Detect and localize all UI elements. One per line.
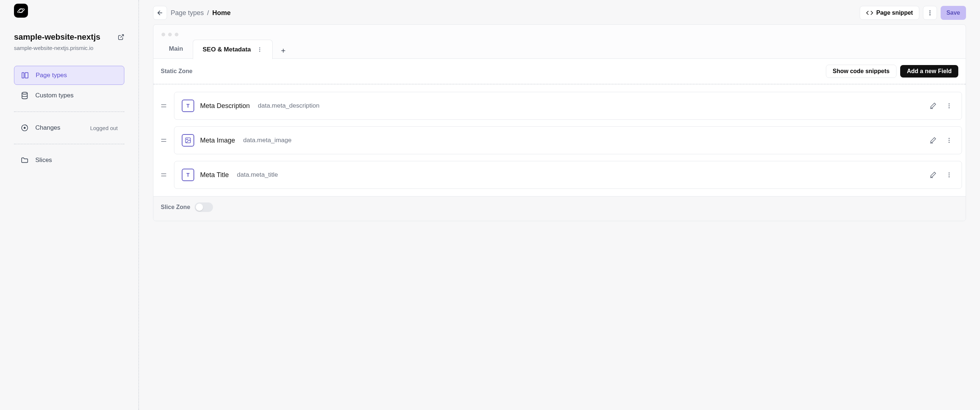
drag-handle[interactable]: [157, 137, 170, 144]
svg-point-11: [929, 14, 930, 16]
field-more-button[interactable]: [944, 172, 954, 178]
nav-label: Slices: [35, 157, 52, 164]
header-more-button[interactable]: [923, 6, 937, 20]
tabs: Main SEO & Metadata: [153, 39, 966, 59]
svg-point-14: [259, 51, 261, 52]
sidebar-item-custom-types[interactable]: Custom types: [14, 86, 124, 105]
pencil-icon: [929, 137, 937, 144]
page-snippet-button[interactable]: Page snippet: [860, 6, 919, 20]
sidebar-item-page-types[interactable]: Page types: [14, 66, 124, 85]
nav-label: Changes: [35, 124, 60, 131]
field-row: T Meta Title data.meta_title: [157, 161, 962, 189]
svg-point-12: [259, 47, 261, 49]
nav-separator: [14, 111, 124, 112]
sidebar: sample-website-nextjs sample-website-nex…: [0, 0, 139, 410]
breadcrumb-current: Home: [212, 9, 231, 17]
image-field-icon: [182, 134, 194, 147]
svg-rect-3: [22, 73, 24, 78]
project-url: sample-website-nextjs.prismic.io: [14, 45, 124, 51]
pencil-icon: [929, 102, 937, 109]
field-row: T Meta Description data.meta_description: [157, 92, 962, 120]
edit-field-button[interactable]: [928, 137, 938, 144]
svg-point-20: [949, 103, 950, 104]
field-name: Meta Description: [200, 102, 250, 110]
editor-card: Main SEO & Metadata: [153, 24, 966, 221]
field-card[interactable]: T Meta Description data.meta_description: [174, 92, 962, 120]
field-more-button[interactable]: [944, 137, 954, 144]
edit-field-button[interactable]: [928, 171, 938, 179]
field-row: Meta Image data.meta_image: [157, 127, 962, 154]
main-content: Page types / Home Page snippet Save: [139, 0, 980, 410]
svg-point-13: [259, 49, 261, 50]
svg-line-2: [121, 35, 124, 38]
planet-icon: [17, 6, 25, 15]
drag-icon: [161, 103, 167, 109]
dots-vertical-icon: [946, 103, 952, 109]
svg-point-29: [949, 140, 950, 141]
svg-point-10: [929, 13, 930, 14]
field-card[interactable]: Meta Image data.meta_image: [174, 127, 962, 154]
project-name: sample-website-nextjs: [14, 32, 100, 42]
main-header: Page types / Home Page snippet Save: [153, 3, 966, 24]
folder-icon: [21, 156, 29, 164]
zone-title: Static Zone: [161, 68, 192, 74]
field-name: Meta Image: [200, 137, 235, 144]
back-button[interactable]: [153, 6, 167, 20]
svg-point-7: [24, 127, 25, 128]
sidebar-item-slices[interactable]: Slices: [14, 151, 124, 169]
slice-zone-toggle[interactable]: [195, 203, 213, 212]
svg-point-35: [949, 174, 950, 176]
field-path: data.meta_description: [258, 102, 319, 109]
drag-icon: [161, 137, 167, 144]
dots-vertical-icon: [257, 47, 262, 52]
arrow-left-icon: [156, 9, 164, 17]
svg-point-22: [949, 107, 950, 108]
window-traffic-lights: [153, 25, 966, 39]
pencil-icon: [929, 171, 937, 179]
tab-more-button[interactable]: [257, 47, 262, 52]
field-card[interactable]: T Meta Title data.meta_title: [174, 161, 962, 189]
breadcrumb-parent[interactable]: Page types: [171, 9, 204, 17]
svg-rect-4: [25, 73, 28, 78]
tab-seo-metadata[interactable]: SEO & Metadata: [193, 40, 273, 59]
sidebar-item-changes[interactable]: Changes Logged out: [14, 119, 124, 137]
nav-separator: [14, 144, 124, 144]
svg-point-28: [949, 138, 950, 139]
nav-label: Page types: [36, 72, 67, 79]
field-path: data.meta_title: [237, 171, 278, 179]
svg-point-21: [949, 105, 950, 106]
slice-zone-title: Slice Zone: [161, 204, 190, 211]
page-types-icon: [21, 71, 29, 79]
nav-list: Page types Custom types: [14, 66, 124, 169]
svg-point-36: [949, 176, 950, 177]
add-tab-button[interactable]: [273, 43, 294, 59]
target-icon: [21, 124, 29, 132]
fields-list: T Meta Description data.meta_description: [153, 84, 966, 196]
drag-handle[interactable]: [157, 172, 170, 178]
external-link-icon[interactable]: [118, 34, 124, 40]
dots-vertical-icon: [946, 172, 952, 178]
svg-point-5: [22, 92, 28, 94]
svg-point-34: [949, 172, 950, 173]
tab-main[interactable]: Main: [159, 39, 193, 59]
svg-point-30: [949, 142, 950, 143]
text-field-icon: T: [182, 169, 194, 181]
save-button[interactable]: Save: [941, 6, 966, 20]
drag-handle[interactable]: [157, 103, 170, 109]
field-more-button[interactable]: [944, 103, 954, 109]
edit-field-button[interactable]: [928, 102, 938, 109]
toggle-knob: [196, 204, 203, 211]
dots-vertical-icon: [927, 9, 933, 16]
database-icon: [21, 92, 29, 100]
field-name: Meta Title: [200, 171, 229, 179]
show-code-snippets-button[interactable]: Show code snippets: [826, 65, 897, 78]
breadcrumb: Page types / Home: [171, 9, 231, 17]
field-path: data.meta_image: [243, 137, 291, 144]
svg-point-9: [929, 10, 930, 11]
add-new-field-button[interactable]: Add a new Field: [900, 65, 958, 78]
static-zone: Static Zone Show code snippets Add a new…: [153, 59, 966, 196]
svg-point-26: [186, 139, 187, 139]
text-field-icon: T: [182, 100, 194, 112]
logo[interactable]: [14, 4, 28, 17]
nav-label: Custom types: [35, 92, 73, 99]
